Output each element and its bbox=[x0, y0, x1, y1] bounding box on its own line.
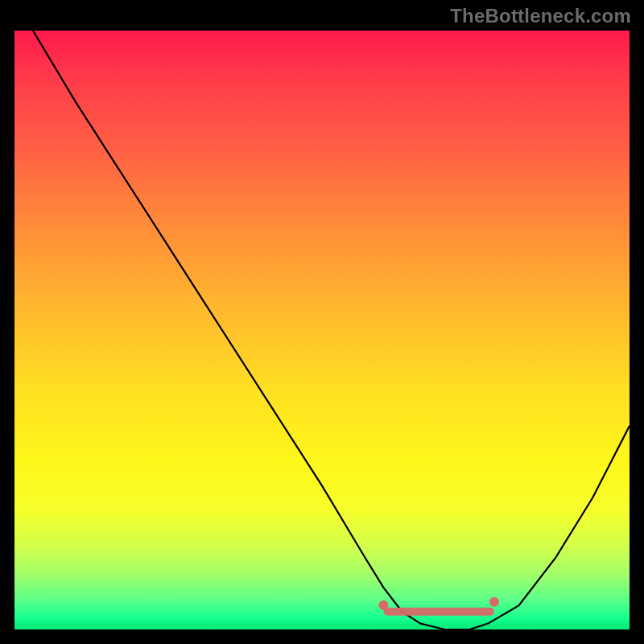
bottleneck-curve-path bbox=[33, 31, 630, 630]
plot-area bbox=[14, 31, 630, 630]
curve-svg bbox=[14, 31, 630, 630]
optimum-band bbox=[383, 608, 494, 616]
watermark-text: TheBottleneck.com bbox=[450, 5, 631, 27]
chart-frame: TheBottleneck.com bbox=[0, 0, 644, 644]
optimum-dot-right bbox=[489, 597, 499, 607]
optimum-dot-left bbox=[378, 601, 388, 610]
